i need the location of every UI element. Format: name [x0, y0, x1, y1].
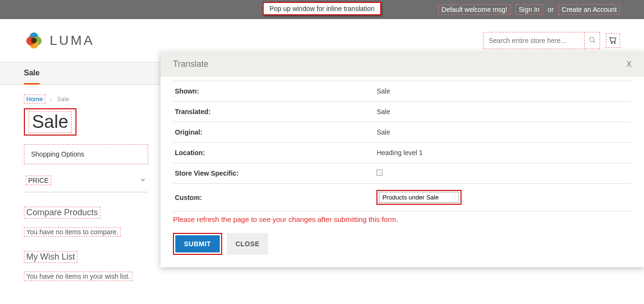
page-title-highlight: Sale	[24, 108, 76, 136]
svg-point-4	[31, 37, 37, 43]
breadcrumb: Home › Sale	[24, 94, 148, 104]
chevron-right-icon: ›	[50, 95, 52, 103]
modal-title: Translate	[173, 59, 208, 69]
label-original: Original:	[173, 122, 375, 143]
logo[interactable]: LUMA	[24, 30, 95, 52]
value-shown: Sale	[375, 81, 632, 102]
cart-button[interactable]	[606, 33, 620, 48]
row-storeview: Store View Specific:	[173, 163, 632, 184]
filter-price-label: PRICE	[26, 176, 51, 185]
svg-point-5	[590, 37, 594, 42]
search-icon	[589, 36, 596, 45]
row-original: Original: Sale	[173, 122, 632, 143]
chevron-down-icon	[140, 177, 146, 185]
refresh-note: Please refresh the page to see your chan…	[173, 215, 632, 223]
wishlist-heading: My Wish List	[24, 251, 77, 263]
label-shown: Shown:	[173, 81, 375, 102]
breadcrumb-current: Sale	[57, 95, 69, 103]
svg-line-7	[610, 37, 611, 38]
close-button[interactable]: CLOSE	[227, 233, 268, 255]
search-button[interactable]	[584, 32, 600, 49]
search-box	[483, 32, 600, 49]
annotation-caption: Pop up window for inline translation	[263, 2, 381, 15]
nav-item-sale[interactable]: Sale	[24, 63, 40, 84]
row-custom: Custom:	[173, 184, 632, 211]
shopping-options-heading: Shopping Options	[24, 144, 148, 164]
row-translated: Translated: Sale	[173, 102, 632, 122]
label-storeview: Store View Specific:	[173, 163, 375, 184]
svg-point-8	[612, 42, 612, 43]
label-custom: Custom:	[173, 184, 375, 211]
value-location: Heading level 1	[375, 143, 632, 163]
storeview-checkbox[interactable]	[376, 169, 383, 176]
compare-products-heading: Compare Products	[24, 207, 100, 219]
translate-form-table: Shown: Sale Translated: Sale Original: S…	[173, 81, 632, 211]
create-account-link[interactable]: Create an Account	[558, 4, 620, 15]
row-shown: Shown: Sale	[173, 81, 632, 102]
submit-button[interactable]: SUBMIT	[175, 235, 220, 252]
translate-modal: Translate X Shown: Sale Translated: Sale…	[161, 52, 644, 267]
top-bar: Pop up window for inline translation Def…	[0, 0, 644, 19]
modal-close-icon[interactable]: X	[626, 60, 632, 69]
wishlist-empty-text: You have no items in your wish list.	[24, 272, 132, 281]
cart-icon	[609, 36, 617, 46]
svg-point-9	[614, 42, 615, 43]
page-title: Sale	[32, 112, 68, 132]
logo-icon	[24, 30, 44, 52]
brand-text: LUMA	[50, 33, 95, 48]
row-location: Location: Heading level 1	[173, 143, 632, 163]
custom-input-highlight	[376, 190, 462, 205]
sign-in-link[interactable]: Sign In	[515, 4, 543, 15]
filter-price[interactable]: PRICE	[24, 169, 148, 192]
welcome-message: Default welcome msg!	[438, 4, 511, 15]
search-input[interactable]	[484, 33, 584, 48]
value-original: Sale	[375, 122, 632, 143]
svg-line-6	[593, 41, 595, 43]
submit-highlight: SUBMIT	[173, 233, 222, 255]
custom-input[interactable]	[379, 192, 459, 203]
label-location: Location:	[173, 143, 375, 163]
compare-empty-text: You have no items to compare.	[24, 227, 121, 237]
breadcrumb-home[interactable]: Home	[24, 94, 45, 104]
or-text: or	[547, 6, 553, 13]
label-translated: Translated:	[173, 102, 375, 122]
value-translated: Sale	[375, 102, 632, 122]
